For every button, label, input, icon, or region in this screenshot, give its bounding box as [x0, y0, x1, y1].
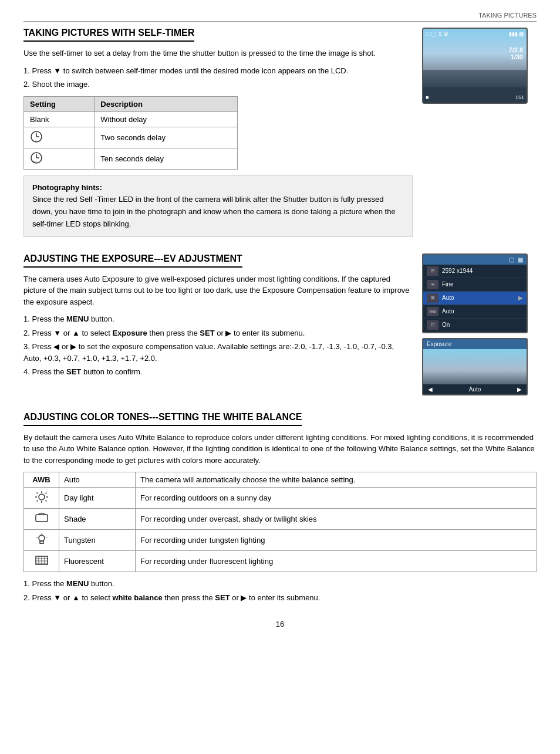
desc-two-seconds: Two seconds delay: [95, 127, 237, 148]
exposure-arrow: ▶: [518, 295, 523, 301]
page: TAKING PICTURES TAKING PICTURES WITH SEL…: [0, 0, 560, 754]
wb-step2: Press ▼ or ▲ to select white balance the…: [23, 592, 537, 604]
wb-cell-fluorescent-desc: For recording under fluorescent lighting: [136, 551, 537, 572]
setting-10s-icon: 10: [24, 148, 95, 169]
col-description: Description: [95, 96, 237, 111]
menu-row-quality: ≋ Fine: [423, 278, 527, 292]
svg-line-21: [36, 537, 38, 538]
wb-cell-shade-label: Shade: [59, 509, 136, 530]
exp-right-arrow: ▶: [517, 386, 522, 393]
lcd-icon-camera: □: [426, 31, 429, 37]
ev-screens: ▢ ▦ ⊞ 2592 x1944 ≋ Fine ⊠ Auto ▶: [422, 253, 537, 395]
wb-cell-daylight-icon: [24, 488, 59, 509]
resolution-icon: ⊞: [427, 266, 438, 276]
section2-title: ADJUSTING THE EXPOSURE---EV ADJUSTMENT: [23, 253, 242, 268]
desc-ten-seconds: Ten seconds delay: [95, 148, 237, 169]
menu-header: ▢ ▦: [423, 255, 527, 265]
lcd-ground: [423, 70, 527, 87]
svg-line-22: [46, 537, 47, 538]
wb-row-awb: AWB Auto The camera will automatically c…: [24, 472, 537, 488]
hints-text: Since the red Self -Timer LED in the fro…: [32, 195, 396, 228]
awb-label-icon: AWB: [32, 475, 50, 484]
shade-icon: [35, 512, 49, 525]
setting-2s-icon: 2: [24, 127, 95, 148]
lcd-shot-count: 151: [515, 94, 524, 100]
exposure-submenu-screen: Exposure ◀ Auto ▶: [422, 338, 528, 395]
wb-cell-awb-desc: The camera will automatically choose the…: [136, 472, 537, 488]
stabilize-label: On: [442, 322, 523, 328]
section3-steps: Press the MENU button. Press ▼ or ▲ to s…: [23, 578, 537, 603]
menu-row-resolution: ⊞ 2592 x1944: [423, 265, 527, 278]
wb-row-fluorescent: Fluorescent For recording under fluoresc…: [24, 551, 537, 572]
ev-step2: Press ▼ or ▲ to select Exposure then pre…: [23, 327, 413, 339]
exposure-label: Auto: [442, 295, 518, 301]
self-timer-table: Setting Description Blank Without delay: [23, 96, 238, 170]
wb-table: AWB Auto The camera will automatically c…: [23, 472, 537, 572]
ev-step1: Press the MENU button.: [23, 313, 413, 325]
svg-rect-19: [40, 541, 43, 543]
lcd-bottom-icon: ■: [426, 94, 429, 100]
exp-header: Exposure: [423, 339, 527, 349]
resolution-label: 2592 x1944: [442, 268, 523, 274]
timer-10s-icon: 10: [30, 151, 43, 164]
wb-cell-shade-desc: For recording under overcast, shady or t…: [136, 509, 537, 530]
svg-point-8: [39, 494, 45, 500]
exp-footer: ◀ Auto ▶: [423, 384, 527, 394]
exp-left-arrow: ◀: [428, 386, 433, 393]
svg-text:10: 10: [33, 160, 37, 164]
section2-steps: Press the MENU button. Press ▼ or ▲ to s…: [23, 313, 413, 378]
wb-cell-tungsten-label: Tungsten: [59, 530, 136, 551]
menu-row-wb: WB Auto: [423, 305, 527, 319]
section1-intro: Use the self-timer to set a delay from t…: [23, 48, 413, 59]
section2-intro: The camera uses Auto Exposure to give we…: [23, 273, 413, 308]
setting-blank: Blank: [24, 111, 95, 127]
wb-cell-daylight-desc: For recording outdoors on a sunny day: [136, 488, 537, 509]
section-wb: ADJUSTING COLOR TONES---SETTING THE WHIT…: [23, 412, 537, 604]
wb-cell-fluorescent-label: Fluorescent: [59, 551, 136, 572]
ev-content: ADJUSTING THE EXPOSURE---EV ADJUSTMENT T…: [23, 253, 413, 384]
timer-2s-icon: 2: [30, 130, 43, 143]
svg-point-18: [39, 535, 45, 541]
wb-cell-fluorescent-icon: [24, 551, 59, 572]
menu-icon-camera: ▢: [509, 256, 514, 263]
wb-cell-awb-icon: AWB: [24, 472, 59, 488]
wb-cell-shade-icon: [24, 509, 59, 530]
page-number: 16: [23, 620, 537, 628]
wb-row-shade: Shade For recording under overcast, shad…: [24, 509, 537, 530]
exp-value: Auto: [469, 386, 481, 393]
header-bar: TAKING PICTURES: [23, 12, 537, 22]
lcd-mode-icons: □ ◯ S ⦿: [426, 31, 448, 37]
lcd-icon-s: S: [438, 31, 441, 37]
section-ev: ADJUSTING THE EXPOSURE---EV ADJUSTMENT T…: [23, 253, 537, 395]
wb-cell-daylight-label: Day light: [59, 488, 136, 509]
lcd-exposure-values: 7/2.8 1/30: [509, 46, 523, 60]
menu-icon-nt: ▦: [518, 256, 523, 263]
lcd-shutter: 1/30: [509, 53, 523, 60]
header-label: TAKING PICTURES: [478, 12, 537, 19]
ev-step3: Press ◀ or ▶ to set the exposure compens…: [23, 341, 413, 364]
quality-icon: ≋: [427, 280, 438, 289]
quality-label: Fine: [442, 281, 523, 288]
lcd-bottom-bar: ■ 151: [426, 94, 524, 100]
ev-step4: Press the SET button to confirm.: [23, 366, 413, 378]
desc-no-delay: Without delay: [95, 111, 237, 127]
wb-cell-tungsten-icon: [24, 530, 59, 551]
exp-preview-image: [423, 349, 527, 384]
lcd-icon-circle: ◯: [430, 31, 436, 37]
svg-line-13: [36, 493, 38, 494]
camera-lcd-display: □ ◯ S ⦿ ▮▮▮ ▩ 7/2.8 1/30: [422, 28, 528, 104]
ev-menu-screen: ▢ ▦ ⊞ 2592 x1944 ≋ Fine ⊠ Auto ▶: [422, 253, 528, 333]
table-row: 10 Ten seconds delay: [24, 148, 238, 169]
lcd-aperture: 7/2.8: [509, 46, 523, 53]
wb-row-tungsten: Tungsten For recording under tungsten li…: [24, 530, 537, 551]
wb-cell-awb-label: Auto: [59, 472, 136, 488]
lcd-card-icon: ▩: [519, 31, 524, 37]
wb-step1: Press the MENU button.: [23, 578, 537, 590]
camera-lcd-section1: □ ◯ S ⦿ ▮▮▮ ▩ 7/2.8 1/30: [422, 28, 537, 109]
svg-line-16: [36, 501, 38, 502]
wb-label: Auto: [442, 308, 523, 315]
lcd-icon-target: ⦿: [443, 31, 448, 37]
svg-rect-17: [36, 515, 48, 522]
section-self-timer: TAKING PICTURES WITH SELF-TIMER Use the …: [23, 28, 537, 237]
menu-row-stabilize: ⊡ On: [423, 319, 527, 332]
